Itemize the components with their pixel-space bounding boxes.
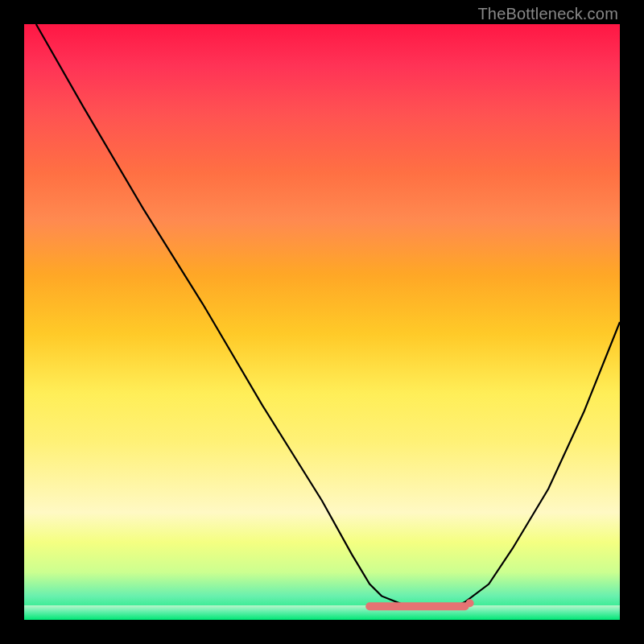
chart-container: TheBottleneck.com [0,0,644,644]
watermark-text: TheBottleneck.com [477,5,618,23]
plot-area [24,24,620,620]
bottleneck-curve [36,24,620,608]
curve-svg [24,24,620,620]
green-band [24,605,620,620]
